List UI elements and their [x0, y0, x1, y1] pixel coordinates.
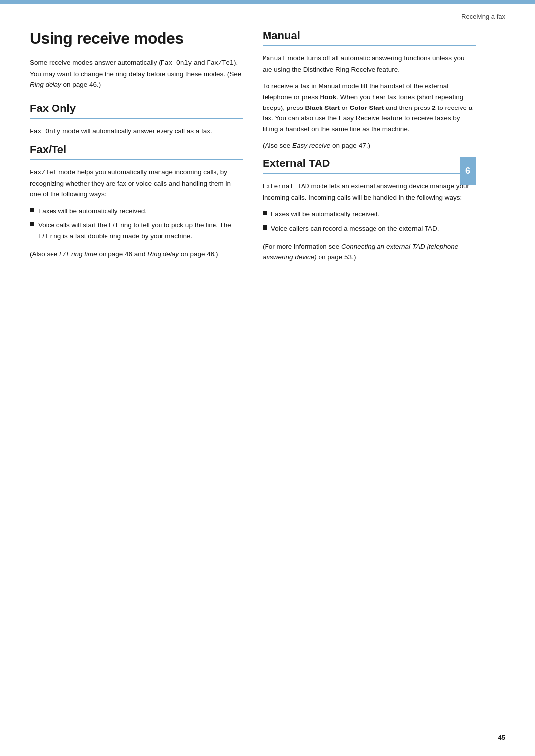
external-tad-footer-text1: (For more information see	[263, 243, 341, 250]
left-column: Using receive modes Some receive modes a…	[30, 24, 243, 269]
fax-tel-code: Fax/Tel	[30, 169, 57, 176]
fax-only-code: Fax Only	[30, 128, 60, 135]
fax-tel-footer-italic2: Ring delay	[147, 250, 179, 258]
page-header-label: Receiving a fax	[461, 13, 505, 20]
external-tad-footer-text2: on page 53.)	[317, 253, 356, 261]
manual-code: Manual	[263, 55, 286, 62]
intro-code-2: Fax/Tel	[207, 59, 234, 67]
external-tad-bullet-2: Voice callers can record a message on th…	[271, 223, 439, 234]
intro-text-2: and	[192, 59, 207, 66]
external-tad-bullet-list: Faxes will be automatically received. Vo…	[263, 209, 476, 234]
fax-only-text: mode will automatically answer every cal…	[60, 127, 212, 135]
manual-footer: (Also see Easy receive on page 47.)	[263, 140, 476, 151]
fax-tel-footer-italic1: F/T ring time	[59, 250, 97, 258]
fax-tel-bullet-1: Faxes will be automatically received.	[38, 206, 147, 216]
manual-p2-text4: and then press	[384, 104, 432, 111]
page-number: 45	[498, 734, 505, 741]
fax-tel-bullet-2: Voice calls will start the F/T ring to t…	[38, 220, 243, 241]
external-tad-code: External TAD	[263, 183, 309, 190]
page-title: Using receive modes	[30, 29, 243, 48]
page-content: Using receive modes Some receive modes a…	[0, 24, 535, 288]
manual-footer-text2: on page 47.)	[330, 142, 370, 149]
list-item: Faxes will be automatically received.	[30, 206, 243, 216]
intro-text-1: Some receive modes answer automatically …	[30, 59, 161, 66]
fax-tel-footer: (Also see F/T ring time on page 46 and R…	[30, 249, 243, 260]
manual-para2: To receive a fax in Manual mode lift the…	[263, 81, 476, 134]
intro-text-4: on page 46.)	[61, 81, 101, 88]
intro-code-1: Fax Only	[161, 59, 192, 67]
chapter-tab: 6	[460, 157, 476, 185]
section-heading-manual: Manual	[263, 29, 476, 46]
fax-tel-bullet-list: Faxes will be automatically received. Vo…	[30, 206, 243, 242]
external-tad-bullet-1: Faxes will be automatically received.	[271, 209, 379, 219]
fax-tel-text: mode helps you automatically manage inco…	[30, 168, 231, 198]
top-bar	[0, 0, 535, 4]
intro-italic-1: Ring delay	[30, 81, 61, 88]
external-tad-footer: (For more information see Connecting an …	[263, 241, 476, 263]
list-item: Faxes will be automatically received.	[263, 209, 476, 219]
section-heading-external-tad: External TAD	[263, 157, 476, 174]
list-item: Voice callers can record a message on th…	[263, 223, 476, 234]
manual-text1: mode turns off all automatic answering f…	[263, 54, 465, 73]
manual-p2-bold2: Black Start	[305, 104, 340, 111]
section-heading-fax-tel: Fax/Tel	[30, 143, 243, 160]
bullet-icon	[263, 211, 267, 215]
right-column: Manual Manual mode turns off all automat…	[263, 24, 476, 269]
manual-p2-bold3: Color Start	[350, 104, 384, 111]
page-header: Receiving a fax	[0, 4, 535, 24]
fax-only-para: Fax Only mode will automatically answer …	[30, 126, 243, 137]
manual-p2-bold4: 2	[432, 104, 436, 111]
external-tad-para1: External TAD mode lets an external answe…	[263, 181, 476, 203]
fax-tel-footer-text2: on page 46 and	[97, 250, 147, 258]
manual-footer-italic: Easy receive	[292, 142, 330, 149]
intro-paragraph: Some receive modes answer automatically …	[30, 57, 243, 90]
section-heading-fax-only: Fax Only	[30, 102, 243, 119]
bullet-icon	[30, 222, 34, 226]
manual-para1: Manual mode turns off all automatic answ…	[263, 53, 476, 75]
list-item: Voice calls will start the F/T ring to t…	[30, 220, 243, 241]
fax-tel-footer-text1: (Also see	[30, 250, 59, 258]
bullet-icon	[263, 225, 267, 230]
manual-p2-text3: or	[340, 104, 350, 111]
fax-tel-para: Fax/Tel mode helps you automatically man…	[30, 167, 243, 200]
fax-tel-footer-text3: on page 46.)	[179, 250, 218, 258]
manual-footer-text1: (Also see	[263, 142, 292, 149]
bullet-icon	[30, 208, 34, 212]
manual-p2-bold1: Hook	[320, 93, 337, 101]
right-column-top: Manual Manual mode turns off all automat…	[263, 29, 476, 263]
